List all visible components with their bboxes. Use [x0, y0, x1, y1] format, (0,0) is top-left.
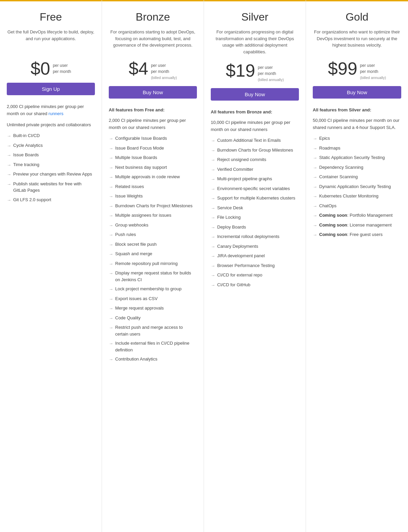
arrow-icon: → [109, 286, 113, 293]
arrow-icon: → [109, 270, 113, 277]
feature-text-free-6: Git LFS 2.0 support [13, 196, 95, 203]
feature-item-silver-12: →JIRA development panel [211, 252, 299, 260]
arrow-icon: → [7, 197, 11, 204]
arrow-icon: → [211, 214, 215, 221]
feature-item-bronze-8: →Multiple assignees for issues [109, 212, 197, 219]
feature-text-silver-11: Canary Deployments [217, 243, 299, 250]
price-amount-free: $0 [31, 60, 50, 77]
arrow-icon: → [7, 171, 11, 178]
feature-text-free-4: Preview your changes with Review Apps [13, 171, 95, 178]
feature-text-gold-2: Static Application Security Testing [319, 154, 401, 161]
arrow-icon: → [211, 147, 215, 154]
free-button[interactable]: Sign Up [7, 83, 95, 95]
plan-col-free: FreeGet the full DevOps lifecycle to bui… [0, 0, 102, 532]
arrow-icon: → [109, 184, 113, 190]
arrow-icon: → [109, 222, 113, 229]
feature-item-silver-1: →Burndown Charts for Group Milestones [211, 147, 299, 154]
plan-name-silver: Silver [211, 11, 299, 23]
gold-button[interactable]: Buy Now [313, 86, 401, 99]
feature-text-bronze-13: Remote repository pull mirroring [115, 260, 197, 267]
features-section-free: 2,000 CI pipeline minutes per group per … [7, 103, 95, 203]
feature-text-bronze-18: Code Quality [115, 315, 197, 321]
feature-text-bronze-15: Lock project membership to group [115, 286, 197, 292]
feature-text-silver-3: Verified Committer [217, 166, 299, 173]
feature-item-free-6: →Git LFS 2.0 support [7, 196, 95, 204]
feature-item-free-5: →Publish static websites for free with G… [7, 181, 95, 194]
plan-col-bronze: BronzeFor organizations starting to adop… [102, 0, 204, 532]
feature-item-gold-7: →ChatOps [313, 203, 401, 210]
feature-text-silver-9: Deploy Boards [217, 224, 299, 231]
plan-desc-free: Get the full DevOps lifecycle to build, … [7, 29, 95, 53]
feature-text-free-1: Cycle Analytics [13, 142, 95, 149]
feature-item-gold-1: →Roadmaps [313, 145, 401, 152]
features-header-silver: All features from Bronze and: [211, 109, 299, 116]
feature-text-silver-5: Environment-specific secret variables [217, 185, 299, 192]
feature-item-gold-5: →Dynamic Application Security Testing [313, 183, 401, 190]
plan-col-silver: SilverFor organizations progressing on d… [204, 0, 306, 532]
bronze-button[interactable]: Buy Now [109, 86, 197, 99]
coming-soon-label: Coming soon [319, 222, 347, 228]
price-amount-silver: $19 [226, 62, 255, 79]
arrow-icon: → [109, 356, 113, 363]
feature-item-bronze-15: →Lock project membership to group [109, 286, 197, 293]
arrow-icon: → [109, 193, 113, 200]
coming-soon-label: Coming soon [319, 213, 347, 218]
feature-text-gold-6: Kubernetes Cluster Monitoring [319, 193, 401, 200]
feature-text-gold-7: ChatOps [319, 203, 401, 209]
feature-intro-gold: 50,000 CI pipeline minutes per month on … [313, 117, 401, 131]
feature-item-bronze-4: →Multiple approvals in code review [109, 174, 197, 181]
arrow-icon: → [313, 232, 317, 238]
arrow-icon: → [211, 253, 215, 260]
feature-item-bronze-5: →Related issues [109, 183, 197, 190]
arrow-icon: → [109, 296, 113, 302]
feature-item-gold-2: →Static Application Security Testing [313, 154, 401, 161]
feature-text-silver-1: Burndown Charts for Group Milestones [217, 147, 299, 154]
price-details-silver: per userper month(billed annually) [258, 62, 284, 83]
arrow-icon: → [109, 340, 113, 347]
plan-desc-bronze: For organizations starting to adopt DevO… [109, 29, 197, 53]
feature-text-silver-6: Support for multiple Kubernetes clusters [217, 195, 299, 202]
price-amount-bronze: $4 [129, 60, 148, 77]
arrow-icon: → [109, 261, 113, 267]
runners-link[interactable]: runners [49, 111, 63, 116]
feature-item-silver-14: →CI/CD for external repo [211, 272, 299, 279]
feature-plain-free-0: 2,000 CI pipeline minutes per group per … [7, 103, 95, 117]
feature-text-silver-8: File Locking [217, 214, 299, 221]
arrow-icon: → [109, 174, 113, 181]
arrow-icon: → [7, 162, 11, 168]
arrow-icon: → [313, 203, 317, 210]
feature-text-bronze-3: Next business day support [115, 164, 197, 171]
features-section-gold: All features from Silver and:50,000 CI p… [313, 107, 401, 238]
feature-item-silver-10: →Incremental rollout deployments [211, 233, 299, 240]
feature-text-bronze-8: Multiple assignees for issues [115, 212, 197, 219]
feature-item-free-4: →Preview your changes with Review Apps [7, 171, 95, 178]
feature-text-silver-2: Reject unsigned commits [217, 156, 299, 163]
feature-item-bronze-6: →Issue Weights [109, 193, 197, 200]
arrow-icon: → [313, 222, 317, 229]
features-section-silver: All features from Bronze and:10,000 CI p… [211, 109, 299, 288]
arrow-icon: → [313, 145, 317, 152]
feature-item-gold-4: →Container Scanning [313, 174, 401, 181]
feature-item-free-0: →Built-in CI/CD [7, 132, 95, 139]
arrow-icon: → [211, 272, 215, 279]
plan-desc-silver: For organizations progressing on digital… [211, 29, 299, 55]
arrow-icon: → [313, 155, 317, 161]
feature-coming-text-gold-2: Coming soon: Free guest users [319, 231, 401, 238]
silver-button[interactable]: Buy Now [211, 88, 299, 101]
feature-item-silver-8: →File Locking [211, 214, 299, 221]
arrow-icon: → [7, 152, 11, 159]
feature-text-bronze-9: Group webhooks [115, 222, 197, 229]
coming-soon-label: Coming soon [319, 232, 347, 237]
feature-item-bronze-10: →Push rules [109, 231, 197, 238]
feature-coming-text-gold-0: Coming soon: Portfolio Management [319, 212, 401, 219]
feature-text-silver-4: Multi-project pipeline graphs [217, 176, 299, 182]
feature-item-bronze-11: →Block secret file push [109, 241, 197, 248]
feature-text-bronze-7: Burndown Charts for Project Milestones [115, 203, 197, 209]
feature-text-bronze-4: Multiple approvals in code review [115, 174, 197, 180]
feature-text-bronze-5: Related issues [115, 183, 197, 190]
feature-item-bronze-9: →Group webhooks [109, 222, 197, 229]
feature-text-bronze-12: Squash and merge [115, 250, 197, 257]
arrow-icon: → [109, 164, 113, 171]
price-block-free: $0per userper month [7, 60, 95, 77]
feature-item-gold-6: →Kubernetes Cluster Monitoring [313, 193, 401, 200]
